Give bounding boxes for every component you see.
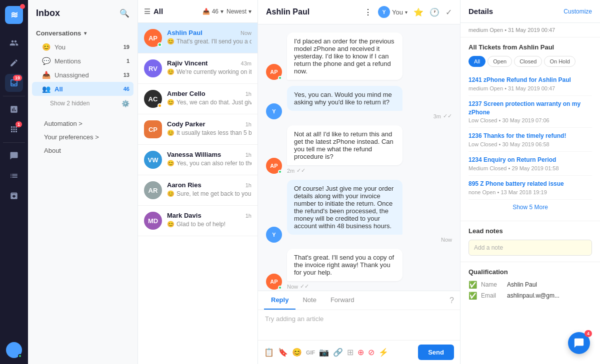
conv-time: Now	[240, 30, 252, 36]
chevron-icon: ▾	[84, 30, 86, 36]
tab-forward[interactable]: Forward	[324, 291, 362, 310]
sort-control[interactable]: Newest ▾	[226, 8, 252, 15]
conv-preview: 😊 Yes, we can do that. Just giv...	[167, 99, 252, 106]
compose-icon[interactable]	[5, 54, 23, 72]
list-icon[interactable]	[5, 167, 23, 185]
image-icon[interactable]: 📷	[319, 348, 329, 357]
star-icon[interactable]: ⭐	[414, 7, 424, 17]
check-circle-icon-2: ✅	[468, 292, 477, 300]
message-meta: 2m ✓✓	[287, 167, 452, 174]
tab-reply[interactable]: Reply	[264, 291, 296, 310]
qual-name-value: Ashlin Paul	[507, 281, 537, 288]
lightning-icon[interactable]: ⚡	[378, 348, 388, 357]
conv-item[interactable]: VW Vanessa Williams 1h 😊 Yes, you can al…	[138, 145, 258, 175]
conv-preview: 😊 Yes, you can also refer to the a...	[167, 160, 252, 167]
contacts-icon[interactable]	[5, 34, 23, 52]
ticket-title[interactable]: 1236 Thanks for the timely refund!	[468, 132, 592, 140]
sidebar-item-all-label: All	[54, 85, 63, 93]
conv-top: Rajiv Vincent 43m	[167, 59, 252, 67]
inbox-icon[interactable]: 19	[5, 74, 23, 92]
more-options-icon[interactable]: ⋮	[364, 7, 372, 17]
mention-icon[interactable]: ⊕	[358, 348, 364, 357]
archive-icon[interactable]	[5, 187, 23, 205]
all-tickets-title: All Tickets from Ashlin Paul	[468, 43, 592, 51]
ticket-item: 1241 zPhone Refund for Ashlin Paul mediu…	[468, 72, 592, 96]
gif-icon[interactable]: GIF	[306, 350, 315, 356]
sidebar-item-you[interactable]: 😊 You 19	[32, 40, 134, 54]
conv-avatar: AC	[144, 90, 162, 108]
msg-read-icon: ✓✓	[443, 113, 452, 119]
check-icon[interactable]: ✓	[446, 7, 452, 17]
preview-icon: 😊	[167, 68, 174, 75]
msg-avatar: AP	[266, 274, 282, 290]
conv-item[interactable]: CP Cody Parker 1h 😊 It usually takes les…	[138, 114, 258, 145]
tab-note[interactable]: Note	[296, 291, 323, 310]
ticket-title[interactable]: 895 Z Phone battery related issue	[468, 180, 592, 188]
sidebar-item-unassigned[interactable]: 📥 Unassigned 13	[32, 68, 134, 82]
show-more-button[interactable]: Show 5 More	[468, 200, 592, 215]
chat-bubble-icon[interactable]	[5, 147, 23, 165]
reports-icon[interactable]	[5, 100, 23, 118]
reply-box: Reply Note Forward ? Try adding an artic…	[258, 291, 460, 364]
lead-notes-input[interactable]: Add a note	[468, 240, 592, 256]
preferences-link[interactable]: Your preferences >	[36, 130, 130, 144]
clock-icon[interactable]: 🕐	[430, 7, 440, 17]
bookmark-icon[interactable]: 🔖	[278, 348, 288, 357]
format-icon[interactable]: 📋	[264, 348, 274, 357]
block-icon[interactable]: ⊘	[368, 348, 374, 357]
message-row: AP Not at all! I'd like to return this a…	[266, 125, 452, 174]
filter-tab-onhold[interactable]: On Hold	[544, 56, 575, 67]
reply-input-area[interactable]: Try adding an article	[258, 310, 460, 340]
conv-avatar: VW	[144, 151, 162, 169]
ticket-title[interactable]: 1241 zPhone Refund for Ashlin Paul	[468, 76, 592, 84]
message-bubble: I'd placed an order for the previous mod…	[287, 32, 402, 80]
filter-control[interactable]: 📥 46 ▾	[202, 8, 224, 15]
ticket-meta: none Open • 13 Mar 2018 19:19	[468, 189, 592, 195]
filter-tab-all[interactable]: All	[468, 56, 486, 67]
agent-selector[interactable]: Y You ▾	[378, 6, 408, 18]
all-badge: 46	[124, 86, 130, 92]
about-link[interactable]: About	[36, 144, 130, 157]
qual-name-row: ✅ Name Ashlin Paul	[468, 281, 592, 289]
message-meta: 3m ✓✓	[287, 113, 452, 119]
user-avatar[interactable]	[6, 342, 22, 358]
send-button[interactable]: Send	[418, 345, 454, 360]
emoji-icon[interactable]: 😊	[292, 348, 302, 357]
conv-item[interactable]: AR Aaron Ries 1h 😊 Sure, let me get back…	[138, 175, 258, 206]
apps-icon[interactable]: 1	[5, 120, 23, 138]
chat-support-button[interactable]: 4	[568, 332, 590, 354]
sidebar-item-all[interactable]: 👥 All 46	[32, 82, 134, 96]
conv-item[interactable]: AC Amber Cello 1h 😊 Yes, we can do that.…	[138, 84, 258, 114]
ticket-preview: medium Open • 31 May 2019 00:47	[460, 23, 600, 37]
ticket-meta: Medium Closed • 29 May 2019 01:58	[468, 165, 592, 171]
conv-item[interactable]: MD Mark Davis 1h 😊 Glad to be of help!	[138, 206, 258, 236]
filter-tab-closed[interactable]: Closed	[514, 56, 542, 67]
sidebar-item-mentions[interactable]: 💬 Mentions 1	[32, 54, 134, 68]
grid-icon[interactable]: ⊞	[347, 348, 354, 357]
search-icon[interactable]: 🔍	[120, 8, 130, 18]
conv-list-title: ☰ All	[144, 7, 163, 15]
filter-tab-open[interactable]: Open	[488, 56, 512, 67]
conv-preview: 😊 It usually takes less than 5 busi...	[167, 129, 252, 136]
ticket-filter-tabs: All Open Closed On Hold	[468, 56, 592, 67]
link-icon[interactable]: 🔗	[333, 348, 343, 357]
customize-link[interactable]: Customize	[564, 8, 592, 15]
conv-item[interactable]: RV Rajiv Vincent 43m 😊 We're currently w…	[138, 53, 258, 84]
ticket-title[interactable]: 1237 Screen protection warranty on my zP…	[468, 100, 592, 117]
ticket-title[interactable]: 1234 Enquiry on Return Period	[468, 156, 592, 164]
show-hidden-link[interactable]: Show 2 hidden	[36, 98, 94, 109]
conv-avatar: CP	[144, 120, 162, 138]
automation-link[interactable]: Automation >	[36, 117, 130, 130]
conv-item[interactable]: AP Ashlin Paul Now 😊 That's great. I'll …	[138, 23, 258, 53]
conv-top: Aaron Ries 1h	[167, 181, 252, 189]
conv-avatar: AR	[144, 181, 162, 199]
message-bubble: Of course! Just give me your order detai…	[287, 180, 402, 235]
chat-messages: AP I'd placed an order for the previous …	[258, 24, 460, 291]
online-dot	[278, 170, 282, 174]
message-content: Not at all! I'd like to return this and …	[287, 125, 452, 174]
help-icon[interactable]: ?	[450, 291, 454, 310]
conversations-section-title[interactable]: Conversations ▾	[32, 26, 134, 40]
message-bubble: Not at all! I'd like to return this and …	[287, 125, 402, 165]
settings-icon[interactable]: ⚙️	[122, 100, 130, 107]
lead-notes-placeholder: Add a note	[474, 244, 503, 251]
